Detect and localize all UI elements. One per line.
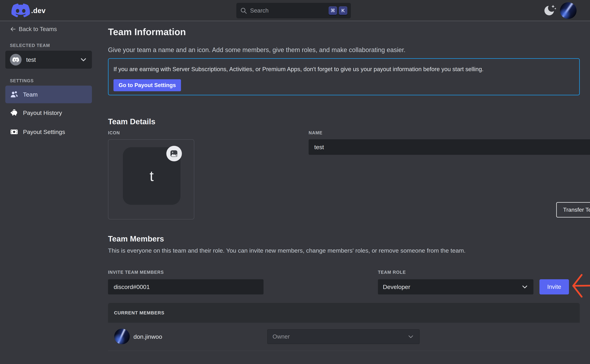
team-role-label: TEAM ROLE bbox=[378, 270, 406, 275]
member-row-divider bbox=[108, 351, 580, 351]
page-subtitle: Give your team a name and an icon. Add s… bbox=[108, 46, 405, 54]
chevron-down-icon bbox=[521, 283, 529, 291]
arrow-left-icon bbox=[10, 26, 16, 32]
team-role-select[interactable]: Developer bbox=[378, 279, 533, 294]
team-members-icon bbox=[10, 90, 18, 99]
brand-suffix: .dev bbox=[31, 7, 46, 15]
settings-heading: SETTINGS bbox=[10, 78, 34, 83]
upload-image-badge[interactable] bbox=[166, 146, 182, 161]
current-members-label: CURRENT MEMBERS bbox=[114, 310, 164, 316]
piggy-bank-icon bbox=[10, 109, 18, 117]
invite-members-label: INVITE TEAM MEMBERS bbox=[108, 270, 164, 275]
sidebar-item-team[interactable]: Team bbox=[5, 86, 92, 103]
top-bar: .dev ⌘ K bbox=[0, 0, 590, 21]
search-icon bbox=[240, 7, 247, 14]
icon-field-label: ICON bbox=[108, 130, 120, 135]
team-members-heading: Team Members bbox=[108, 234, 164, 243]
go-to-payout-settings-button[interactable]: Go to Payout Settings bbox=[114, 79, 181, 91]
payout-banner-message: If you are earning with Server Subscript… bbox=[114, 65, 574, 73]
team-icon-uploader[interactable]: t bbox=[108, 139, 194, 219]
sidebar-item-payout-settings-label: Payout Settings bbox=[23, 129, 65, 135]
search-input[interactable] bbox=[250, 7, 329, 14]
selected-team-heading: SELECTED TEAM bbox=[10, 43, 50, 48]
sidebar-item-team-label: Team bbox=[23, 91, 38, 98]
search-shortcut: ⌘ K bbox=[329, 6, 347, 15]
member-row: don.jinwoo Owner bbox=[108, 323, 580, 351]
cmd-keycap: ⌘ bbox=[329, 6, 337, 15]
current-members-header: CURRENT MEMBERS bbox=[108, 303, 580, 323]
team-icon-initial: t bbox=[150, 168, 154, 184]
k-keycap: K bbox=[339, 6, 347, 15]
team-details-heading: Team Details bbox=[108, 117, 155, 126]
team-members-description: This is everyone on this team and their … bbox=[108, 247, 466, 254]
moon-icon bbox=[543, 4, 556, 17]
sidebar-item-payout-history-label: Payout History bbox=[23, 110, 62, 116]
search-bar[interactable]: ⌘ K bbox=[236, 3, 351, 18]
image-add-icon bbox=[169, 149, 179, 158]
user-avatar[interactable] bbox=[560, 2, 577, 19]
member-username: don.jinwoo bbox=[134, 323, 162, 351]
page-title: Team Information bbox=[108, 26, 186, 37]
sidebar-item-payout-history[interactable]: Payout History bbox=[5, 104, 92, 122]
selected-team-dropdown[interactable]: test bbox=[5, 51, 92, 69]
payout-info-banner: If you are earning with Server Subscript… bbox=[108, 58, 580, 95]
transfer-team-ownership-button[interactable]: Transfer Team Ownership bbox=[556, 202, 590, 217]
chevron-down-icon bbox=[407, 333, 414, 340]
team-name-input[interactable] bbox=[308, 139, 590, 155]
member-role-value: Owner bbox=[273, 333, 407, 340]
team-role-value: Developer bbox=[383, 284, 521, 290]
banknote-icon bbox=[10, 128, 18, 136]
invite-members-input[interactable] bbox=[108, 279, 263, 294]
theme-toggle-button[interactable] bbox=[543, 4, 557, 18]
discord-dev-logo[interactable]: .dev bbox=[11, 0, 46, 21]
member-role-select[interactable]: Owner bbox=[267, 329, 420, 344]
chevron-down-icon bbox=[80, 56, 87, 64]
discord-logo-icon bbox=[11, 4, 30, 18]
back-to-teams-link[interactable]: Back to Teams bbox=[10, 26, 57, 32]
selected-team-name: test bbox=[26, 56, 80, 63]
team-avatar-icon bbox=[10, 54, 21, 65]
invite-button[interactable]: Invite bbox=[539, 279, 569, 294]
sidebar-item-payout-settings[interactable]: Payout Settings bbox=[5, 123, 92, 141]
annotation-arrow-icon bbox=[567, 272, 590, 299]
member-avatar bbox=[114, 329, 130, 344]
name-field-label: NAME bbox=[308, 130, 322, 135]
back-to-teams-label: Back to Teams bbox=[19, 26, 57, 32]
